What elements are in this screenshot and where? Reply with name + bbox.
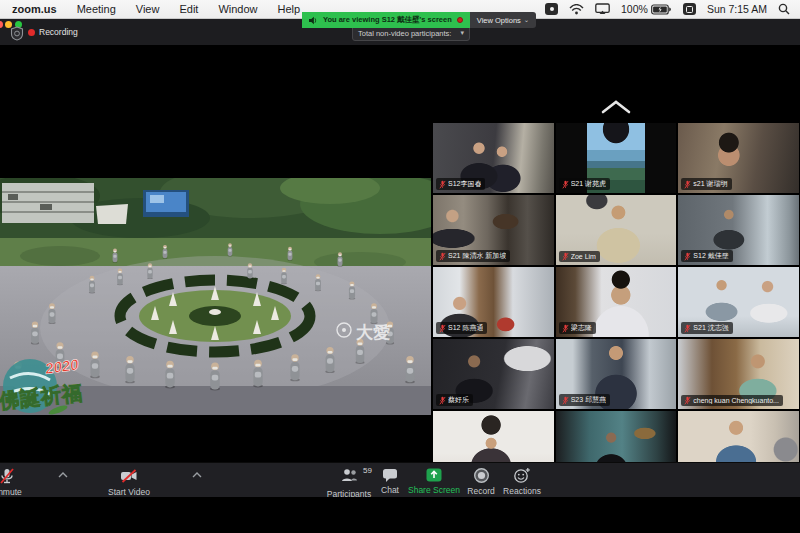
battery-percent: 100%	[621, 3, 648, 15]
reactions-label: Reactions	[503, 486, 541, 496]
screen-record-icon[interactable]	[545, 3, 558, 15]
menubar-item-meeting[interactable]: Meeting	[67, 3, 126, 15]
speaker-icon	[309, 16, 318, 25]
participant-name-tag: Zoe Lim	[559, 251, 600, 262]
meeting-toolbar: Unmute Start Video 5	[0, 462, 800, 497]
participant-name: Zoe Lim	[571, 253, 596, 260]
participant-name: 蔡好乐	[448, 395, 469, 405]
menubar-clock[interactable]: Sun 7:15 AM	[707, 3, 767, 15]
mic-muted-icon	[562, 324, 569, 333]
bottom-black-strip	[0, 497, 800, 533]
participant-name-tag: 梁志隆	[559, 322, 596, 334]
audio-options-caret-icon[interactable]	[58, 472, 68, 478]
participant-name: S12 陈燕通	[448, 323, 483, 333]
participant-tile[interactable]: S12 戴佳壁	[678, 195, 799, 265]
participant-name: S21 谢苑虎	[571, 179, 606, 189]
mic-muted-icon	[684, 252, 691, 261]
meeting-security-shield-icon[interactable]	[10, 26, 24, 41]
shared-screen-video: 大愛 2020 佛誕祈福	[0, 178, 431, 415]
participant-gallery: S12李国春S21 谢苑虎s21 谢瑞明S21 陳清水 新加坡Zoe LimS1…	[432, 90, 800, 507]
reactions-button[interactable]: Reactions	[494, 467, 550, 496]
nonvideo-participants-label: Total non-video participants:	[358, 29, 451, 38]
chevron-down-icon: ⌄	[524, 16, 529, 24]
share-screen-button[interactable]: Share Screen	[403, 467, 465, 495]
participant-tile[interactable]: 蔡好乐	[433, 339, 554, 409]
participant-name: S12李国春	[448, 179, 481, 189]
unmute-label: Unmute	[0, 487, 22, 497]
participant-tile[interactable]: S12李国春	[433, 123, 554, 193]
mic-muted-icon	[439, 324, 446, 333]
chat-label: Chat	[381, 485, 399, 495]
mic-muted-icon	[0, 467, 16, 485]
video-options-caret-icon[interactable]	[192, 472, 202, 478]
start-video-label: Start Video	[108, 487, 150, 497]
mic-muted-icon	[684, 396, 691, 405]
camera-off-icon	[119, 467, 139, 485]
menubar-item-view[interactable]: View	[126, 3, 170, 15]
participant-name-tag: s21 谢瑞明	[681, 178, 731, 190]
participant-name: S23 邱慧燕	[571, 395, 606, 405]
participant-name-tag: S12 陈燕通	[436, 322, 487, 334]
participant-tile[interactable]: S12 陈燕通	[433, 267, 554, 337]
participant-name-tag: cheng kuan Chengkuanto...	[681, 395, 783, 406]
menubar-item-edit[interactable]: Edit	[169, 3, 208, 15]
view-options-button[interactable]: View Options ⌄	[470, 12, 537, 28]
unmute-button[interactable]: Unmute	[0, 467, 22, 497]
sharing-banner-green-area: You are viewing S12 戴佳壁's screen	[302, 12, 470, 28]
mic-muted-icon	[439, 180, 446, 189]
participant-name: S21 沈志强	[693, 323, 728, 333]
menubar-menus: zoom.us MeetingViewEditWindowHelp	[0, 3, 310, 15]
battery-icon	[651, 4, 672, 15]
menubar-app-name[interactable]: zoom.us	[0, 3, 67, 15]
mic-muted-icon	[562, 180, 569, 189]
participant-name: S12 戴佳壁	[693, 251, 728, 261]
mic-muted-icon	[562, 252, 569, 261]
share-screen-label: Share Screen	[408, 485, 460, 495]
participant-name-tag: S12 戴佳壁	[681, 250, 732, 262]
screen-sharing-banner: You are viewing S12 戴佳壁's screen View Op…	[302, 12, 536, 28]
participant-name-tag: S21 沈志强	[681, 322, 732, 334]
menubar-item-window[interactable]: Window	[208, 3, 267, 15]
participant-tile[interactable]: S21 谢苑虎	[556, 123, 677, 193]
svg-text:大愛: 大愛	[356, 323, 390, 342]
start-video-button[interactable]: Start Video	[108, 467, 150, 497]
mic-muted-icon	[439, 396, 446, 405]
chat-icon	[381, 467, 399, 483]
spotlight-search-icon[interactable]	[778, 3, 790, 15]
participant-tile[interactable]: cheng kuan Chengkuanto...	[678, 339, 799, 409]
zoom-app-window: zoom.us MeetingViewEditWindowHelp 100%	[0, 0, 800, 533]
participant-name: s21 谢瑞明	[693, 179, 727, 189]
participant-tile[interactable]: s21 谢瑞明	[678, 123, 799, 193]
view-options-label: View Options	[477, 16, 521, 25]
recording-dot-icon	[28, 29, 35, 36]
participant-name-tag: 蔡好乐	[436, 394, 473, 406]
participant-tile[interactable]: 梁志隆	[556, 267, 677, 337]
mic-muted-icon	[562, 396, 569, 405]
participant-tile[interactable]: S21 陳清水 新加坡	[433, 195, 554, 265]
participant-name: cheng kuan Chengkuanto...	[693, 397, 779, 404]
input-source-icon[interactable]	[683, 3, 696, 15]
display-airplay-icon[interactable]	[595, 3, 610, 15]
wifi-icon[interactable]	[569, 4, 584, 15]
mic-muted-icon	[684, 180, 691, 189]
participant-tile[interactable]: S21 沈志强	[678, 267, 799, 337]
share-screen-icon	[425, 467, 443, 483]
participant-tile[interactable]: Zoe Lim	[556, 195, 677, 265]
sharing-record-dot-icon	[457, 17, 463, 23]
gallery-scroll-up-chevron-icon[interactable]	[601, 100, 631, 114]
participant-name: S21 陳清水 新加坡	[448, 251, 506, 261]
mic-muted-icon	[684, 324, 691, 333]
participants-count-badge: 59	[363, 466, 372, 475]
record-icon	[473, 467, 490, 484]
sharing-banner-message: You are viewing S12 戴佳壁's screen	[323, 15, 452, 25]
garden-led-screen	[143, 190, 189, 217]
participant-name-tag: S21 谢苑虎	[559, 178, 610, 190]
dropdown-caret-icon: ▾	[460, 29, 464, 37]
participant-tile[interactable]: S23 邱慧燕	[556, 339, 677, 409]
mic-muted-icon	[439, 252, 446, 261]
recording-label: Recording	[39, 27, 78, 37]
participants-icon	[339, 467, 359, 483]
battery-indicator[interactable]: 100%	[621, 3, 672, 15]
participant-name: 梁志隆	[571, 323, 592, 333]
gallery-grid: S12李国春S21 谢苑虎s21 谢瑞明S21 陳清水 新加坡Zoe LimS1…	[433, 123, 799, 481]
